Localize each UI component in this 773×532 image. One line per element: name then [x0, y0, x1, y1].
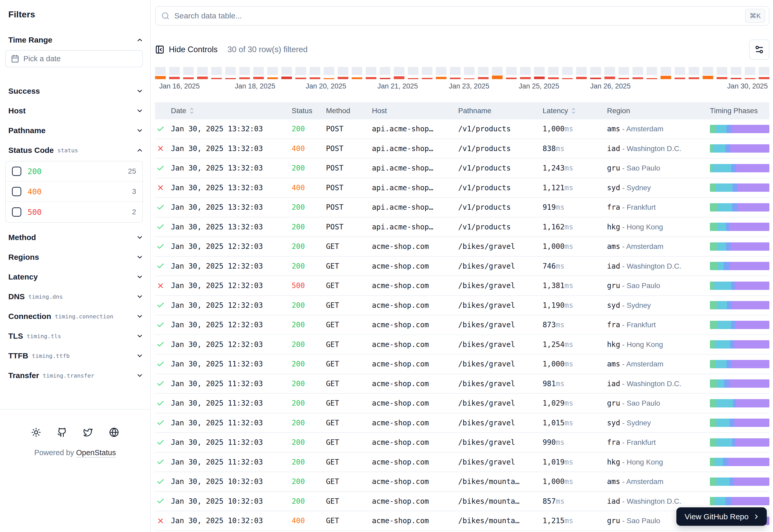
section-label: Regions: [8, 253, 39, 262]
latency-unit: ms: [556, 320, 565, 329]
github-link-button[interactable]: [56, 427, 68, 438]
table-row[interactable]: Jan 30, 2025 11:32:03200GETacme-shop.com…: [155, 374, 769, 394]
timeline-bar-error: [717, 77, 727, 79]
timing-phases-bar: [710, 164, 769, 172]
filter-section-transfer[interactable]: Transfertiming.transfer: [5, 370, 145, 381]
table-row[interactable]: Jan 30, 2025 12:32:03200GETacme-shop.com…: [155, 315, 769, 335]
timing-phase-segment: [710, 340, 715, 349]
table-row[interactable]: Jan 30, 2025 12:32:03200GETacme-shop.com…: [155, 296, 769, 316]
timeline-bar: [633, 67, 643, 79]
chevron-up-icon: [136, 36, 143, 44]
filter-section-status-code[interactable]: Status Code status: [5, 145, 145, 156]
table-row[interactable]: Jan 30, 2025 11:32:03200GETacme-shop.com…: [155, 413, 769, 433]
theme-toggle-button[interactable]: [30, 427, 42, 438]
latency-value: 1,215: [542, 516, 564, 525]
region-city: - Washington D.C.: [620, 497, 681, 505]
checkbox[interactable]: [12, 187, 21, 196]
twitter-link-button[interactable]: [82, 427, 94, 438]
timeline-bar: [394, 67, 404, 79]
filter-section-dns[interactable]: DNStiming.dns: [5, 291, 145, 302]
cell-timing-phases: [705, 203, 769, 212]
openstatus-link[interactable]: OpenStatus: [76, 448, 116, 457]
view-options-button[interactable]: [749, 39, 769, 60]
table-row[interactable]: Jan 30, 2025 13:32:03400POSTapi.acme-sho…: [155, 178, 769, 198]
region-city: - Amsterdam: [620, 360, 663, 368]
table-row[interactable]: Jan 30, 2025 10:32:03200GETacme-shop.com…: [155, 492, 769, 511]
table-row[interactable]: Jan 30, 2025 13:32:03200POSTapi.acme-sho…: [155, 198, 769, 217]
hide-controls-button[interactable]: Hide Controls: [155, 45, 218, 54]
checkbox[interactable]: [12, 207, 21, 217]
table-row[interactable]: Jan 30, 2025 13:32:03200POSTapi.acme-sho…: [155, 119, 769, 139]
timing-phase-segment: [710, 497, 715, 505]
filter-section-success[interactable]: Success: [5, 86, 145, 97]
cell-latency: 857ms: [537, 497, 602, 506]
column-header-label: Timing Phases: [710, 107, 758, 115]
section-label: Latency: [8, 272, 38, 281]
column-header-date[interactable]: Date: [166, 107, 287, 115]
sidebar-footer: Powered by OpenStatus: [0, 409, 150, 532]
sort-icon: [571, 107, 576, 115]
timing-phase-segment: [731, 242, 769, 251]
table-row[interactable]: Jan 30, 2025 11:32:03200GETacme-shop.com…: [155, 354, 769, 374]
filter-section-tls[interactable]: TLStiming.tls: [5, 331, 145, 342]
timing-phase-segment: [717, 242, 726, 251]
timeline-bar: [590, 67, 601, 79]
table-row[interactable]: Jan 30, 2025 13:32:03200POSTapi.acme-sho…: [155, 159, 769, 178]
cell-date: Jan 30, 2025 11:32:03: [166, 438, 287, 447]
checkbox[interactable]: [12, 167, 21, 176]
filter-section-host[interactable]: Host: [5, 105, 145, 116]
cell-status: 200: [287, 477, 321, 486]
column-header-lat[interactable]: Latency: [537, 107, 602, 115]
timeline-chart[interactable]: Jan 16, 2025Jan 18, 2025Jan 20, 2025Jan …: [155, 67, 769, 92]
column-header-label: Method: [326, 107, 350, 115]
cell-latency: 1,243ms: [537, 164, 602, 172]
success-check-icon: [155, 458, 166, 466]
website-link-button[interactable]: [108, 427, 120, 438]
filter-section-latency[interactable]: Latency: [5, 271, 145, 282]
table-row[interactable]: Jan 30, 2025 10:32:03200GETacme-shop.com…: [155, 472, 769, 492]
filter-section-method[interactable]: Method: [5, 232, 145, 243]
view-github-repo-button[interactable]: View GitHub Repo: [676, 507, 767, 526]
cell-region: syd - Sydney: [602, 301, 705, 310]
table-row[interactable]: Jan 30, 2025 11:32:03200GETacme-shop.com…: [155, 433, 769, 453]
status-code-options: 2002540035002: [5, 161, 143, 223]
cell-method: GET: [321, 516, 367, 525]
table-row[interactable]: Jan 30, 2025 12:32:03200GETacme-shop.com…: [155, 237, 769, 257]
timing-phase-segment: [724, 379, 729, 388]
search-input[interactable]: [174, 11, 741, 20]
table-row[interactable]: Jan 30, 2025 13:32:03200POSTapi.acme-sho…: [155, 217, 769, 237]
filter-section-time-range[interactable]: Time Range: [5, 35, 145, 45]
filter-section-regions[interactable]: Regions: [5, 252, 145, 263]
table-row[interactable]: Jan 30, 2025 12:32:03500GETacme-shop.com…: [155, 276, 769, 296]
region-city: - Frankfurt: [620, 203, 656, 211]
cell-region: iad - Washington D.C.: [602, 144, 705, 153]
date-picker-placeholder: Pick a date: [23, 54, 60, 63]
status-option-500[interactable]: 5002: [6, 202, 142, 222]
timeline-bar-error: [562, 78, 573, 79]
cell-date: Jan 30, 2025 12:32:03: [166, 262, 287, 270]
status-option-200[interactable]: 20025: [6, 161, 142, 182]
timeline-bar: [492, 67, 503, 79]
date-picker-button[interactable]: Pick a date: [5, 50, 143, 67]
cell-method: GET: [321, 360, 367, 368]
cell-status: 400: [287, 144, 321, 153]
failure-x-icon: [155, 184, 166, 192]
cell-status: 500: [287, 281, 321, 290]
timing-phase-segment: [717, 223, 726, 231]
filter-section-ttfb[interactable]: TTFBtiming.ttfb: [5, 350, 145, 361]
filter-section-pathname[interactable]: Pathname: [5, 125, 145, 136]
cell-pathname: /bikes/gravel: [453, 458, 537, 466]
table-row[interactable]: Jan 30, 2025 11:32:03200GETacme-shop.com…: [155, 394, 769, 413]
cell-latency: 873ms: [537, 320, 602, 329]
cell-region: ams - Amsterdam: [602, 125, 705, 133]
filter-section-connection[interactable]: Connectiontiming.connection: [5, 311, 145, 322]
sort-icon: [189, 107, 195, 115]
cell-method: POST: [321, 144, 367, 153]
cell-latency: 919ms: [537, 203, 602, 212]
table-row[interactable]: Jan 30, 2025 12:32:03200GETacme-shop.com…: [155, 335, 769, 355]
timeline-bar-error: [492, 76, 503, 79]
table-row[interactable]: Jan 30, 2025 13:32:03400POSTapi.acme-sho…: [155, 139, 769, 159]
table-row[interactable]: Jan 30, 2025 11:32:03200GETacme-shop.com…: [155, 453, 769, 472]
table-row[interactable]: Jan 30, 2025 12:32:03200GETacme-shop.com…: [155, 257, 769, 276]
status-option-400[interactable]: 4003: [6, 182, 142, 202]
